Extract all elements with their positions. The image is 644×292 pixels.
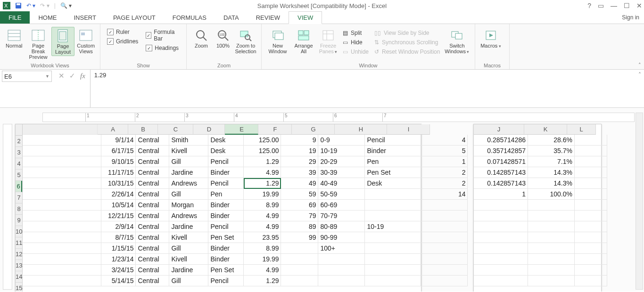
cell-F3[interactable]: 19 [281,146,318,156]
cell-G15[interactable] [318,276,365,286]
cell-J6[interactable]: 0.142857143 [474,178,528,189]
cell-L2[interactable] [575,135,607,146]
cell-G13[interactable] [318,254,365,265]
cell-L11[interactable] [575,232,607,243]
cell-G2[interactable]: 0-9 [318,135,365,146]
cell-B9[interactable]: Central [136,211,169,221]
cell-D15[interactable]: Pencil [208,276,244,286]
zoom-button[interactable]: Zoom [190,27,213,49]
column-header-F[interactable]: F [258,124,292,135]
cell-B10[interactable]: Central [136,221,169,232]
cell-E6[interactable]: 1.29 [244,178,281,189]
new-window-button[interactable]: New Window [264,27,291,55]
cell-L10[interactable] [575,221,607,232]
cell-C9[interactable]: Andrews [169,211,208,221]
collapse-ribbon-icon[interactable]: ˄ [638,62,641,68]
cell-A7[interactable]: 2/26/14 [101,189,136,200]
formula-bar[interactable]: 1.29 ˄ [90,70,644,107]
cell-K13[interactable] [528,254,575,265]
cell-E14[interactable]: 4.99 [244,265,281,276]
cell-F4[interactable]: 29 [281,156,318,167]
enter-formula-icon[interactable]: ✓ [69,72,75,80]
row-header-7[interactable]: 7 [16,192,22,203]
undo-icon[interactable]: ↶ ▾ [26,2,35,9]
cell-E13[interactable]: 19.99 [244,254,281,265]
help-icon[interactable]: ? [587,2,591,9]
gridlines-checkbox[interactable]: ✓Gridlines [107,38,138,45]
cell-B8[interactable]: Central [136,200,169,211]
cell-F11[interactable]: 99 [281,232,318,243]
cell-H14[interactable] [365,265,421,276]
cell-F5[interactable]: 39 [281,167,318,178]
cell-E10[interactable]: 4.99 [244,221,281,232]
tab-view[interactable]: VIEW [289,11,322,24]
cancel-formula-icon[interactable]: ✕ [58,72,65,80]
hide-button[interactable]: ▭Hide [343,38,369,47]
column-header-C[interactable]: C [158,124,193,135]
cell-H5[interactable]: Pen Set [365,167,421,178]
cell-J15[interactable] [474,276,528,286]
cell-G7[interactable]: 50-59 [318,189,365,200]
cell-K7[interactable]: 100.0% [528,189,575,200]
cell-I11[interactable] [421,232,468,243]
row-header-8[interactable]: 8 [16,203,22,215]
freeze-panes-button[interactable]: Freeze Panes [316,27,340,56]
cell-C11[interactable]: Kivell [169,232,208,243]
cell-L14[interactable] [575,265,607,276]
cell-I15[interactable] [421,276,468,286]
cell-D10[interactable]: Pencil [208,221,244,232]
column-header-B[interactable]: B [128,124,158,135]
cell-C2[interactable]: Smith [169,135,208,146]
cell-L15[interactable] [575,276,607,286]
headings-checkbox[interactable]: ✓Headings [146,45,180,51]
row-header-4[interactable]: 4 [16,158,22,170]
cell-L7[interactable] [575,189,607,200]
cell-E15[interactable]: 1.29 [244,276,281,286]
row-header-3[interactable]: 3 [16,147,22,158]
cell-B15[interactable]: Central [136,276,169,286]
cell-K4[interactable]: 7.1% [528,156,575,167]
cell-K3[interactable]: 35.7% [528,146,575,156]
cell-C5[interactable]: Jardine [169,167,208,178]
cell-L12[interactable] [575,243,607,254]
cell-I7[interactable]: 14 [421,189,468,200]
row-header-12[interactable]: 12 [16,249,22,260]
cell-C10[interactable]: Jardine [169,221,208,232]
column-header-E[interactable]: E [225,124,258,135]
cell-I9[interactable] [421,211,468,221]
cell-D4[interactable]: Pencil [208,156,244,167]
arrange-all-button[interactable]: Arrange All [291,27,316,55]
name-box[interactable]: E6 ▼ [2,71,52,82]
cell-B13[interactable]: Central [136,254,169,265]
cell-C15[interactable]: Gill [169,276,208,286]
column-header-H[interactable]: H [335,124,387,135]
cell-J5[interactable]: 0.142857143 [474,167,528,178]
cell-D3[interactable]: Desk [208,146,244,156]
column-header-A[interactable]: A [98,124,128,135]
cell-G10[interactable]: 80-89 [318,221,365,232]
cell-F10[interactable]: 89 [281,221,318,232]
cell-A10[interactable]: 2/9/14 [101,221,136,232]
row-header-14[interactable]: 14 [16,271,22,283]
column-header-L[interactable]: L [567,124,596,135]
cell-F9[interactable]: 79 [281,211,318,221]
cell-F13[interactable] [281,254,318,265]
tab-home[interactable]: HOME [30,11,65,24]
cell-K9[interactable] [528,211,575,221]
cell-K5[interactable]: 14.3% [528,167,575,178]
column-header-I[interactable]: I [387,124,430,135]
cell-I10[interactable] [421,221,468,232]
cell-G9[interactable]: 70-79 [318,211,365,221]
cell-K12[interactable] [528,243,575,254]
save-icon[interactable] [15,2,22,9]
cell-K2[interactable]: 28.6% [528,135,575,146]
sign-in-link[interactable]: Sign in [617,11,644,24]
cell-L8[interactable] [575,200,607,211]
cell-C14[interactable]: Jardine [169,265,208,276]
cell-C6[interactable]: Andrews [169,178,208,189]
minimize-icon[interactable]: — [611,2,617,9]
row-header-2[interactable]: 2 [16,136,22,147]
cell-F6[interactable]: 49 [281,178,318,189]
cell-K15[interactable] [528,276,575,286]
cell-A12[interactable]: 1/15/15 [101,243,136,254]
